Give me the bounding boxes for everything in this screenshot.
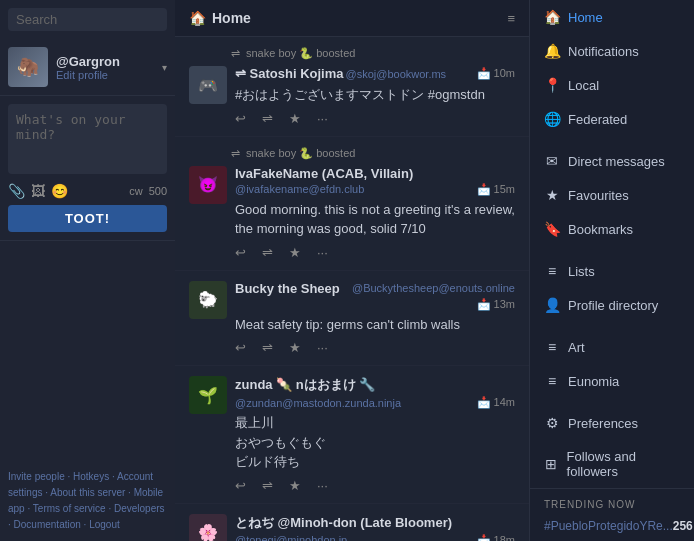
post-meta: IvaFakeName (ACAB, Villain) @ivafakename…	[235, 166, 515, 260]
nav-item-follows[interactable]: ⊞ Follows and followers	[530, 440, 694, 488]
post-time: 📩 10m	[477, 67, 515, 80]
post-time: 📩 13m	[477, 298, 515, 311]
boost-icon: ⇌	[231, 47, 240, 60]
nav-item-federated[interactable]: 🌐 Federated	[530, 102, 694, 136]
post-header: 🌸 とねぢ @Minoh-don (Late Bloomer) @tonegi@…	[189, 514, 515, 542]
nav-label: Local	[568, 78, 599, 93]
favourite-button[interactable]: ★	[289, 111, 301, 126]
image-icon[interactable]: 🖼	[31, 183, 45, 199]
local-icon: 📍	[544, 77, 560, 93]
left-footer: Invite people · Hotkeys · Account settin…	[0, 461, 175, 541]
post-author-name: IvaFakeName (ACAB, Villain)	[235, 166, 413, 181]
bookmark-icon: 🔖	[544, 221, 560, 237]
footer-logout[interactable]: Logout	[89, 519, 120, 530]
boost-button[interactable]: ⇌	[262, 478, 273, 493]
footer-about[interactable]: About this server	[50, 487, 125, 498]
post: 🐑 Bucky the Sheep @Buckythesheep@enouts.…	[175, 271, 529, 367]
nav-item-local[interactable]: 📍 Local	[530, 68, 694, 102]
chevron-down-icon[interactable]: ▾	[162, 62, 167, 73]
trending-tag[interactable]: #PuebloProtegidoYRe...	[544, 519, 673, 533]
cw-label[interactable]: cw	[129, 185, 142, 197]
nav-item-eunomia[interactable]: ≡ Eunomia	[530, 364, 694, 398]
post: ⇌ snake boy 🐍 boosted 🎮 ⇌ Satoshi Kojima…	[175, 37, 529, 137]
post-author-acct: @skoj@bookwor.ms	[346, 68, 447, 80]
post-header: 😈 IvaFakeName (ACAB, Villain) @ivafakena…	[189, 166, 515, 260]
feed-settings-icon[interactable]: ≡	[507, 11, 515, 26]
boost-button[interactable]: ⇌	[262, 111, 273, 126]
nav-label: Profile directory	[568, 298, 658, 313]
footer-terms[interactable]: Terms of service	[33, 503, 106, 514]
profile-edit-link[interactable]: Edit profile	[56, 69, 154, 81]
post-boost: ⇌ snake boy 🐍 boosted	[231, 147, 515, 160]
more-button[interactable]: ···	[317, 478, 328, 493]
compose-footer: 📎 🖼 😊 cw 500	[8, 183, 167, 199]
favourite-button[interactable]: ★	[289, 478, 301, 493]
footer-docs[interactable]: Documentation	[14, 519, 81, 530]
feed-header: 🏠 Home ≡	[175, 0, 529, 37]
post-content: 最上川おやつもぐもぐビルド待ち	[235, 413, 515, 472]
boost-button[interactable]: ⇌	[262, 340, 273, 355]
nav-item-art[interactable]: ≡ Art	[530, 330, 694, 364]
boost-button[interactable]: ⇌	[262, 245, 273, 260]
reply-button[interactable]: ↩	[235, 111, 246, 126]
star-icon: ★	[544, 187, 560, 203]
feed-title-text: Home	[212, 10, 251, 26]
nav-label: Direct messages	[568, 154, 665, 169]
reply-button[interactable]: ↩	[235, 340, 246, 355]
favourite-button[interactable]: ★	[289, 340, 301, 355]
post-content: #おはようございますマストドン #ogmstdn	[235, 85, 515, 105]
search-bar[interactable]: 🔍	[8, 8, 167, 31]
attach-icon[interactable]: 📎	[8, 183, 25, 199]
char-count: 500	[149, 185, 167, 197]
post-avatar: 🌱	[189, 376, 227, 414]
nav-label: Favourites	[568, 188, 629, 203]
post-avatar: 😈	[189, 166, 227, 204]
more-button[interactable]: ···	[317, 340, 328, 355]
reply-button[interactable]: ↩	[235, 478, 246, 493]
nav-label: Preferences	[568, 416, 638, 431]
trending-label: TRENDING NOW	[544, 499, 680, 510]
nav-label: Eunomia	[568, 374, 619, 389]
post-author-acct: @zundan@mastodon.zunda.ninja	[235, 397, 401, 409]
mail-icon: ✉	[544, 153, 560, 169]
more-button[interactable]: ···	[317, 111, 328, 126]
trending-count: 256	[673, 519, 693, 533]
nav-item-direct[interactable]: ✉ Direct messages	[530, 144, 694, 178]
post-header: 🎮 ⇌ Satoshi Kojima @skoj@bookwor.ms 📩 10…	[189, 66, 515, 126]
toot-button[interactable]: TOOT!	[8, 205, 167, 232]
search-input[interactable]	[16, 12, 175, 27]
post-actions: ↩ ⇌ ★ ···	[235, 340, 515, 355]
nav-item-profile-directory[interactable]: 👤 Profile directory	[530, 288, 694, 322]
federated-icon: 🌐	[544, 111, 560, 127]
trending-section: TRENDING NOW #PuebloProtegidoYRe... 256 …	[530, 488, 694, 541]
nav-item-home[interactable]: 🏠 Home	[530, 0, 694, 34]
post: 🌸 とねぢ @Minoh-don (Late Bloomer) @tonegi@…	[175, 504, 529, 542]
footer-hotkeys[interactable]: Hotkeys	[73, 471, 109, 482]
nav-item-bookmarks[interactable]: 🔖 Bookmarks	[530, 212, 694, 246]
nav-item-favourites[interactable]: ★ Favourites	[530, 178, 694, 212]
footer-invite[interactable]: Invite people	[8, 471, 65, 482]
post-author-acct: @ivafakename@efdn.club	[235, 183, 364, 195]
post-avatar: 🎮	[189, 66, 227, 104]
more-button[interactable]: ···	[317, 245, 328, 260]
reply-button[interactable]: ↩	[235, 245, 246, 260]
nav-item-preferences[interactable]: ⚙ Preferences	[530, 406, 694, 440]
footer-dev[interactable]: Developers	[114, 503, 165, 514]
favourite-button[interactable]: ★	[289, 245, 301, 260]
post: ⇌ snake boy 🐍 boosted 😈 IvaFakeName (ACA…	[175, 137, 529, 271]
post-time: 📩 15m	[477, 183, 515, 196]
emoji-icon[interactable]: 😊	[51, 183, 68, 199]
compose-textarea[interactable]	[8, 104, 167, 174]
post-content: Good morning. this is not a greeting it'…	[235, 200, 515, 239]
post-actions: ↩ ⇌ ★ ···	[235, 478, 515, 493]
post-boost: ⇌ snake boy 🐍 boosted	[231, 47, 515, 60]
post-header: 🐑 Bucky the Sheep @Buckythesheep@enouts.…	[189, 281, 515, 356]
avatar: 🦣	[8, 47, 48, 87]
nav-item-lists[interactable]: ≡ Lists	[530, 254, 694, 288]
post-meta: Bucky the Sheep @Buckythesheep@enouts.on…	[235, 281, 515, 356]
post-actions: ↩ ⇌ ★ ···	[235, 245, 515, 260]
nav-item-notifications[interactable]: 🔔 Notifications	[530, 34, 694, 68]
post-author-line: ⇌ Satoshi Kojima @skoj@bookwor.ms 📩 10m	[235, 66, 515, 81]
profile-info: @Gargron Edit profile	[56, 54, 154, 81]
post-avatar: 🐑	[189, 281, 227, 319]
